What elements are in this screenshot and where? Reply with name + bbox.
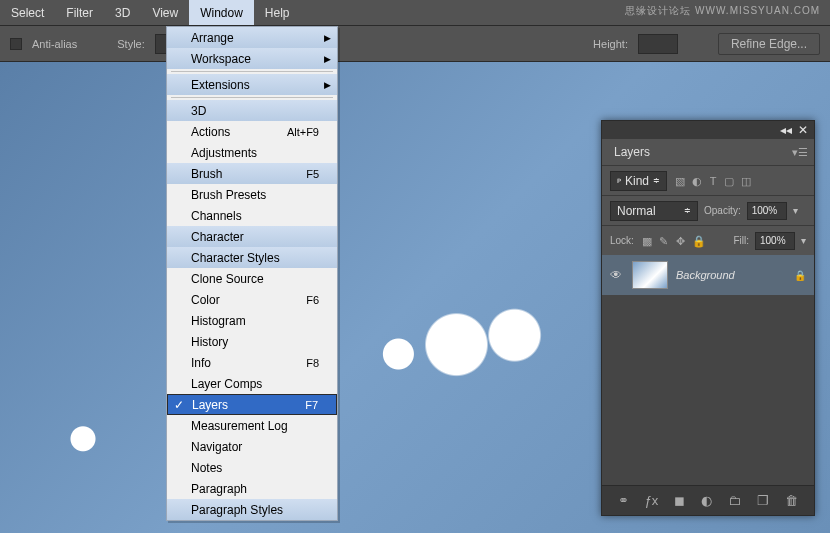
menu-item-measurement-log[interactable]: Measurement Log xyxy=(167,415,337,436)
layer-row[interactable]: 👁 Background 🔒 xyxy=(602,255,814,295)
delete-layer-icon[interactable]: 🗑 xyxy=(785,493,798,508)
lock-label: Lock: xyxy=(610,235,634,246)
menu-item-label: Brush Presets xyxy=(191,188,266,202)
menu-item-clone-source[interactable]: Clone Source xyxy=(167,268,337,289)
opacity-arrow-icon[interactable]: ▾ xyxy=(793,205,798,216)
layer-name[interactable]: Background xyxy=(676,269,735,281)
menu-item-label: Layer Comps xyxy=(191,377,262,391)
link-layers-icon[interactable]: ⚭ xyxy=(618,493,629,508)
pixel-filter-icon[interactable]: ▧ xyxy=(675,175,685,187)
menu-item-label: Navigator xyxy=(191,440,242,454)
type-filter-icon[interactable]: T xyxy=(710,175,717,187)
antialias-checkbox[interactable] xyxy=(10,38,22,50)
shape-filter-icon[interactable]: ▢ xyxy=(724,175,734,187)
layer-mask-icon[interactable]: ◼ xyxy=(674,493,685,508)
antialias-label: Anti-alias xyxy=(32,38,77,50)
style-label: Style: xyxy=(117,38,145,50)
opacity-label: Opacity: xyxy=(704,205,741,216)
menu-item-label: Character Styles xyxy=(191,251,280,265)
lock-all-icon[interactable]: 🔒 xyxy=(692,235,706,247)
menu-item-workspace[interactable]: Workspace▶ xyxy=(167,48,337,69)
menu-item-navigator[interactable]: Navigator xyxy=(167,436,337,457)
menu-item-label: Actions xyxy=(191,125,230,139)
height-field[interactable] xyxy=(638,34,678,54)
fill-field[interactable]: 100% xyxy=(755,232,795,250)
shortcut-text: Alt+F9 xyxy=(287,126,319,138)
watermark-text: 思缘设计论坛 WWW.MISSYUAN.COM xyxy=(625,4,820,18)
opacity-field[interactable]: 100% xyxy=(747,202,787,220)
fill-arrow-icon[interactable]: ▾ xyxy=(801,235,806,246)
layer-lock-icon[interactable]: 🔒 xyxy=(794,270,806,281)
menu-item-label: Channels xyxy=(191,209,242,223)
menu-help[interactable]: Help xyxy=(254,0,301,25)
panel-head[interactable]: ◂◂ ✕ xyxy=(602,121,814,139)
submenu-arrow-icon: ▶ xyxy=(324,33,331,43)
panel-menu-icon[interactable]: ▾☰ xyxy=(786,146,814,159)
menu-item-paragraph-styles[interactable]: Paragraph Styles xyxy=(167,499,337,520)
menu-item-history[interactable]: History xyxy=(167,331,337,352)
menu-item-notes[interactable]: Notes xyxy=(167,457,337,478)
new-layer-icon[interactable]: ❐ xyxy=(757,493,769,508)
menu-item-brush-presets[interactable]: Brush Presets xyxy=(167,184,337,205)
menu-3d[interactable]: 3D xyxy=(104,0,141,25)
menu-window[interactable]: Window xyxy=(189,0,254,25)
menu-item-histogram[interactable]: Histogram xyxy=(167,310,337,331)
smart-filter-icon[interactable]: ◫ xyxy=(741,175,751,187)
menu-item-label: Arrange xyxy=(191,31,234,45)
menu-separator xyxy=(171,71,333,72)
shortcut-text: F8 xyxy=(306,357,319,369)
menu-item-label: History xyxy=(191,335,228,349)
submenu-arrow-icon: ▶ xyxy=(324,80,331,90)
lock-position-icon[interactable]: ✥ xyxy=(676,235,685,247)
window-menu-dropdown: Arrange▶Workspace▶Extensions▶3DActionsAl… xyxy=(166,26,338,521)
menu-item-brush[interactable]: BrushF5 xyxy=(167,163,337,184)
filter-icons[interactable]: ▧ ◐ T ▢ ◫ xyxy=(673,174,753,188)
menu-view[interactable]: View xyxy=(141,0,189,25)
menu-item-extensions[interactable]: Extensions▶ xyxy=(167,74,337,95)
menu-item-label: Extensions xyxy=(191,78,250,92)
menu-item-color[interactable]: ColorF6 xyxy=(167,289,337,310)
group-icon[interactable]: 🗀 xyxy=(728,493,741,508)
submenu-arrow-icon: ▶ xyxy=(324,54,331,64)
menu-item-label: Character xyxy=(191,230,244,244)
menu-item-label: Paragraph Styles xyxy=(191,503,283,517)
menu-item-arrange[interactable]: Arrange▶ xyxy=(167,27,337,48)
menu-item-info[interactable]: InfoF8 xyxy=(167,352,337,373)
lock-transparent-icon[interactable]: ▩ xyxy=(642,235,652,247)
refine-edge-button[interactable]: Refine Edge... xyxy=(718,33,820,55)
collapse-icon[interactable]: ◂◂ xyxy=(780,123,792,137)
menu-item-adjustments[interactable]: Adjustments xyxy=(167,142,337,163)
filter-kind-select[interactable]: ᴘKind≑ xyxy=(610,171,667,191)
menu-item-actions[interactable]: ActionsAlt+F9 xyxy=(167,121,337,142)
lock-image-icon[interactable]: ✎ xyxy=(659,235,668,247)
shortcut-text: F5 xyxy=(306,168,319,180)
menu-item-character[interactable]: Character xyxy=(167,226,337,247)
layer-style-icon[interactable]: ƒx xyxy=(645,493,659,508)
lock-icons[interactable]: ▩ ✎ ✥ 🔒 xyxy=(640,234,708,248)
menu-separator xyxy=(171,97,333,98)
menu-item-label: Histogram xyxy=(191,314,246,328)
adjustment-layer-icon[interactable]: ◐ xyxy=(701,493,712,508)
menu-item-3d[interactable]: 3D xyxy=(167,100,337,121)
menu-item-layers[interactable]: ✓LayersF7 xyxy=(167,394,337,415)
menu-item-label: Adjustments xyxy=(191,146,257,160)
menu-item-paragraph[interactable]: Paragraph xyxy=(167,478,337,499)
menu-item-label: Color xyxy=(191,293,220,307)
menu-item-channels[interactable]: Channels xyxy=(167,205,337,226)
panel-footer: ⚭ ƒx ◼ ◐ 🗀 ❐ 🗑 xyxy=(602,485,814,515)
fill-label: Fill: xyxy=(733,235,749,246)
adjustment-filter-icon[interactable]: ◐ xyxy=(692,175,702,187)
close-icon[interactable]: ✕ xyxy=(798,123,808,137)
visibility-icon[interactable]: 👁 xyxy=(610,268,624,282)
menu-select[interactable]: Select xyxy=(0,0,55,25)
layer-list: 👁 Background 🔒 xyxy=(602,255,814,485)
menu-item-label: Workspace xyxy=(191,52,251,66)
layer-thumbnail[interactable] xyxy=(632,261,668,289)
menu-filter[interactable]: Filter xyxy=(55,0,104,25)
shortcut-text: F7 xyxy=(305,399,318,411)
menu-item-character-styles[interactable]: Character Styles xyxy=(167,247,337,268)
menu-item-label: Paragraph xyxy=(191,482,247,496)
layers-tab[interactable]: Layers xyxy=(602,140,662,164)
menu-item-layer-comps[interactable]: Layer Comps xyxy=(167,373,337,394)
blend-mode-select[interactable]: Normal≑ xyxy=(610,201,698,221)
